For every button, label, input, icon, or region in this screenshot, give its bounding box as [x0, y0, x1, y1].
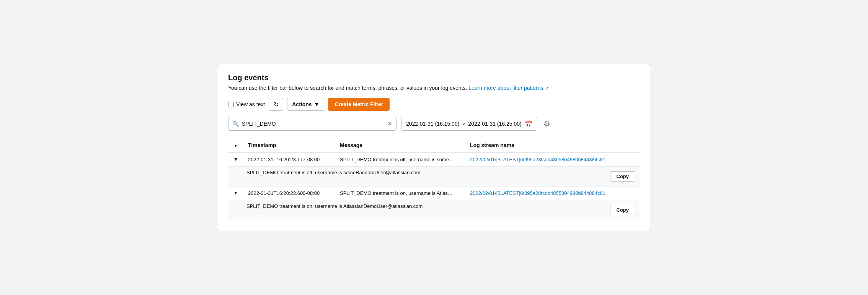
view-as-text-label[interactable]: View as text	[228, 101, 265, 107]
table-row-expanded: SPLIT_DEMO treatment is on, username is …	[228, 200, 640, 220]
timestamp-cell: 2022-01-31T16:20:23.177-08:00	[243, 152, 335, 167]
expanded-text: SPLIT_DEMO treatment is on, username is …	[246, 203, 423, 209]
toolbar: View as text ↻ Actions ▼ Create Metric F…	[228, 98, 640, 111]
date-arrow-icon: >	[462, 121, 465, 126]
col-message: Message	[335, 138, 465, 152]
search-box: 🔍 ✕	[228, 117, 396, 131]
table-row-expanded: SPLIT_DEMO treatment is off, username is…	[228, 167, 640, 186]
expand-toggle-icon[interactable]	[233, 190, 239, 196]
expand-toggle-icon[interactable]	[233, 157, 239, 162]
clear-search-icon[interactable]: ✕	[387, 121, 392, 127]
copy-button[interactable]: Copy	[610, 205, 636, 215]
actions-label: Actions	[292, 101, 312, 107]
expanded-content-cell: SPLIT_DEMO treatment is on, username is …	[228, 200, 640, 220]
panel-header: Log events You can use the filter bar be…	[228, 73, 640, 92]
expanded-row-content: SPLIT_DEMO treatment is off, username is…	[246, 170, 635, 182]
log-events-table: Timestamp Message Log stream name 2022-0…	[228, 138, 640, 220]
copy-button[interactable]: Copy	[610, 171, 636, 182]
col-timestamp: Timestamp	[243, 138, 335, 152]
log-events-panel: Log events You can use the filter bar be…	[217, 64, 651, 232]
message-cell: SPLIT_DEMO treatment is on, username is …	[335, 186, 465, 200]
settings-button[interactable]: ⚙	[542, 118, 552, 130]
expanded-text: SPLIT_DEMO treatment is off, username is…	[246, 170, 420, 175]
col-logstream: Log stream name	[465, 138, 640, 152]
create-metric-filter-button[interactable]: Create Metric Filter	[328, 98, 390, 111]
expand-cell[interactable]	[228, 152, 243, 167]
log-stream-link[interactable]: 2022/02/01/[$LATEST]6f395a28fcdd48558049…	[470, 190, 605, 196]
date-range-picker[interactable]: 2022-01-31 (16:15:00) > 2022-01-31 (16:2…	[401, 117, 537, 131]
logstream-cell: 2022/02/01/[$LATEST]6f395a28fcdd48558049…	[465, 152, 640, 167]
refresh-button[interactable]: ↻	[269, 98, 283, 111]
external-link-icon: ↗	[545, 86, 549, 91]
logstream-cell: 2022/02/01/[$LATEST]6f395a28fcdd48558049…	[465, 186, 640, 200]
panel-subtitle: You can use the filter bar below to sear…	[228, 84, 640, 92]
search-icon: 🔍	[232, 121, 239, 127]
gear-icon: ⚙	[543, 120, 550, 128]
date-end: 2022-01-31 (16:25:00)	[468, 121, 521, 127]
message-cell: SPLIT_DEMO treatment is off, username is…	[335, 152, 465, 167]
search-row: 🔍 ✕ 2022-01-31 (16:15:00) > 2022-01-31 (…	[228, 117, 640, 131]
actions-button[interactable]: Actions ▼	[287, 98, 324, 111]
chevron-down-icon: ▼	[314, 101, 320, 107]
expand-cell[interactable]	[228, 186, 243, 200]
calendar-icon: 📅	[525, 120, 532, 128]
date-start: 2022-01-31 (16:15:00)	[406, 121, 459, 127]
expanded-row-content: SPLIT_DEMO treatment is on, username is …	[246, 203, 635, 215]
learn-more-link[interactable]: Learn more about filter patterns	[468, 85, 543, 91]
search-input[interactable]	[242, 121, 384, 127]
table-header-row: Timestamp Message Log stream name	[228, 138, 640, 152]
view-as-text-checkbox[interactable]	[228, 102, 234, 107]
sort-icon	[234, 142, 238, 148]
col-expand	[228, 138, 243, 152]
table-row: 2022-01-31T16:20:23.177-08:00 SPLIT_DEMO…	[228, 152, 640, 167]
log-stream-link[interactable]: 2022/02/01/[$LATEST]6f395a28fcdd48558049…	[470, 157, 605, 162]
page-title: Log events	[228, 73, 640, 82]
refresh-icon: ↻	[274, 101, 279, 108]
expanded-content-cell: SPLIT_DEMO treatment is off, username is…	[228, 167, 640, 186]
timestamp-cell: 2022-01-31T16:20:23.600-08:00	[243, 186, 335, 200]
table-row: 2022-01-31T16:20:23.600-08:00 SPLIT_DEMO…	[228, 186, 640, 200]
